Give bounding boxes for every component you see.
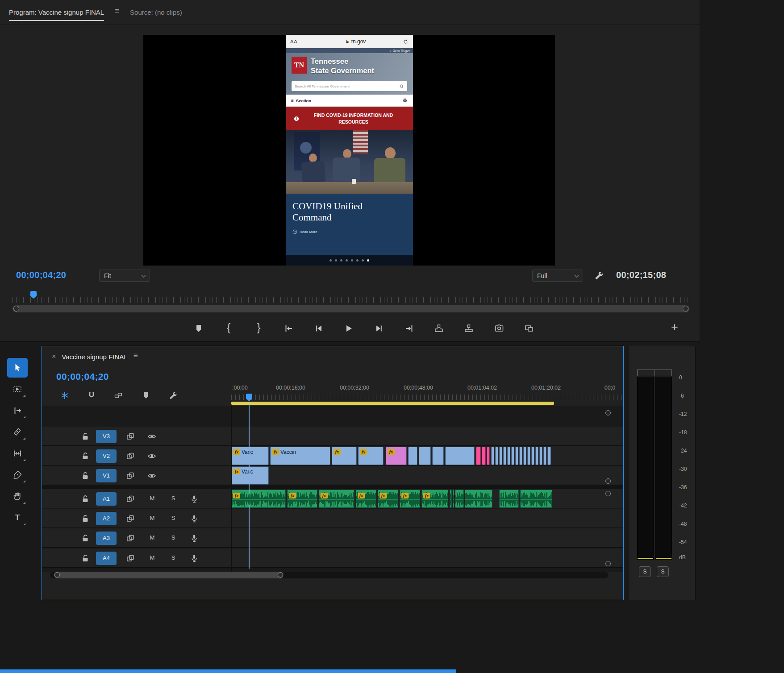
hand-tool[interactable] — [7, 486, 28, 506]
scrollbar-knob-left[interactable] — [13, 306, 19, 312]
lift-button[interactable] — [432, 322, 446, 335]
video-clip[interactable] — [503, 447, 506, 465]
video-clip[interactable] — [495, 447, 498, 465]
current-timecode[interactable]: 00;00;04;20 — [16, 270, 66, 280]
play-button[interactable] — [342, 322, 355, 335]
toggle-output-eye-icon[interactable] — [147, 452, 156, 461]
lane-v3[interactable] — [231, 427, 623, 446]
add-marker-button[interactable] — [192, 322, 205, 335]
audio-clip[interactable]: fx — [231, 490, 286, 508]
video-clip[interactable]: fxVacc — [231, 447, 269, 465]
solo-left-button[interactable]: S — [639, 566, 651, 577]
fx-badge[interactable]: fx — [272, 449, 279, 455]
audio-clip[interactable]: fx — [421, 490, 448, 508]
close-panel-icon[interactable]: × — [52, 353, 56, 361]
track-select-forward-tool[interactable] — [7, 379, 28, 399]
sync-lock-icon[interactable] — [126, 514, 135, 523]
lane-a2[interactable] — [231, 509, 623, 528]
toggle-output-eye-icon[interactable] — [147, 471, 156, 480]
track-target-v3[interactable]: V3 — [96, 430, 117, 443]
solo-button[interactable]: S — [168, 553, 178, 563]
timeline-ruler[interactable]: ;00;0000;00;16;0000;00;32;0000;00;48;000… — [231, 384, 622, 407]
video-clip[interactable] — [482, 447, 486, 465]
track-target-a1[interactable]: A1 — [96, 492, 117, 506]
fx-badge[interactable]: fx — [321, 493, 328, 499]
video-clip[interactable]: fx — [358, 447, 384, 465]
mute-button[interactable]: M — [147, 533, 157, 543]
video-clip[interactable]: fxVaccin — [270, 447, 330, 465]
fx-badge[interactable]: fx — [358, 493, 365, 499]
track-lock-icon[interactable] — [81, 452, 90, 461]
playhead-line[interactable] — [249, 404, 250, 569]
timeline-playhead[interactable] — [246, 394, 252, 401]
v-scroll-knob[interactable] — [605, 478, 611, 484]
voiceover-mic-icon[interactable] — [190, 554, 199, 563]
fx-badge[interactable]: fx — [233, 469, 240, 474]
fx-badge[interactable]: fx — [233, 493, 240, 499]
video-clip[interactable] — [523, 447, 526, 465]
sync-lock-icon[interactable] — [126, 452, 135, 461]
voiceover-mic-icon[interactable] — [190, 534, 199, 543]
monitor-zoom-scrollbar[interactable] — [13, 305, 689, 312]
fx-badge[interactable]: fx — [388, 449, 395, 455]
video-clip[interactable] — [515, 447, 518, 465]
video-clip[interactable] — [507, 447, 510, 465]
add-marker-icon[interactable] — [142, 391, 150, 400]
track-target-a2[interactable]: A2 — [96, 512, 117, 525]
lane-a4[interactable] — [231, 548, 623, 568]
solo-button[interactable]: S — [168, 513, 178, 523]
playback-resolution-dropdown[interactable]: Full — [532, 270, 583, 282]
tab-program-monitor[interactable]: Program: Vaccine signup FINAL — [9, 8, 104, 17]
track-lock-icon[interactable] — [81, 514, 90, 523]
audio-clip[interactable] — [455, 490, 464, 508]
audio-clip[interactable]: fx — [400, 490, 420, 508]
scrollbar-knob-left[interactable] — [54, 572, 60, 577]
video-clip[interactable] — [445, 447, 475, 465]
settings-wrench-icon[interactable] — [594, 270, 604, 280]
video-clip[interactable]: fxVacc — [231, 466, 269, 485]
slip-tool[interactable] — [7, 444, 28, 463]
solo-right-button[interactable]: S — [657, 566, 669, 577]
track-lock-icon[interactable] — [81, 432, 90, 441]
scrollbar-knob-right[interactable] — [278, 572, 283, 577]
audio-clip[interactable] — [453, 490, 454, 508]
linked-selection-icon[interactable] — [114, 391, 123, 400]
v-scroll-knob[interactable] — [605, 410, 611, 415]
step-back-button[interactable] — [312, 322, 325, 335]
video-clip[interactable] — [535, 447, 538, 465]
video-clip[interactable]: fx — [386, 447, 407, 465]
lane-a3[interactable] — [231, 528, 623, 548]
pen-tool[interactable] — [7, 465, 28, 485]
fx-badge[interactable]: fx — [423, 493, 430, 499]
video-clip[interactable] — [432, 447, 444, 465]
fx-badge[interactable]: fx — [401, 493, 409, 499]
tab-source-monitor[interactable]: Source: (no clips) — [130, 8, 182, 17]
audio-clip[interactable]: fx — [287, 490, 317, 508]
video-clip[interactable] — [543, 447, 546, 465]
timeline-timecode[interactable]: 00;00;04;20 — [56, 371, 109, 382]
audio-clip[interactable] — [450, 490, 452, 508]
audio-clip[interactable]: fx — [378, 490, 398, 508]
mute-button[interactable]: M — [147, 553, 157, 563]
ripple-edit-tool[interactable] — [7, 401, 28, 420]
sync-lock-icon[interactable] — [126, 432, 135, 441]
video-clip[interactable] — [408, 447, 417, 465]
extract-button[interactable] — [462, 322, 475, 335]
scrollbar-handle[interactable] — [54, 572, 284, 578]
button-editor-plus[interactable]: + — [667, 320, 682, 335]
video-clip[interactable] — [419, 447, 431, 465]
mark-in-button[interactable]: { — [222, 322, 235, 335]
panel-menu-icon[interactable]: ≡ — [133, 351, 138, 360]
video-clip[interactable] — [547, 447, 551, 465]
scrollbar-knob-right[interactable] — [683, 306, 688, 312]
go-to-in-button[interactable] — [282, 322, 296, 335]
track-lock-icon[interactable] — [81, 471, 90, 480]
sync-lock-icon[interactable] — [126, 534, 135, 543]
solo-button[interactable]: S — [168, 494, 178, 503]
timeline-h-scrollbar[interactable] — [50, 572, 608, 578]
export-frame-button[interactable] — [492, 322, 506, 335]
track-lock-icon[interactable] — [81, 554, 90, 563]
step-forward-button[interactable] — [372, 322, 386, 335]
lane-v2[interactable]: fxVaccfxVaccinfxfxfx — [231, 446, 623, 465]
video-clip[interactable] — [527, 447, 530, 465]
